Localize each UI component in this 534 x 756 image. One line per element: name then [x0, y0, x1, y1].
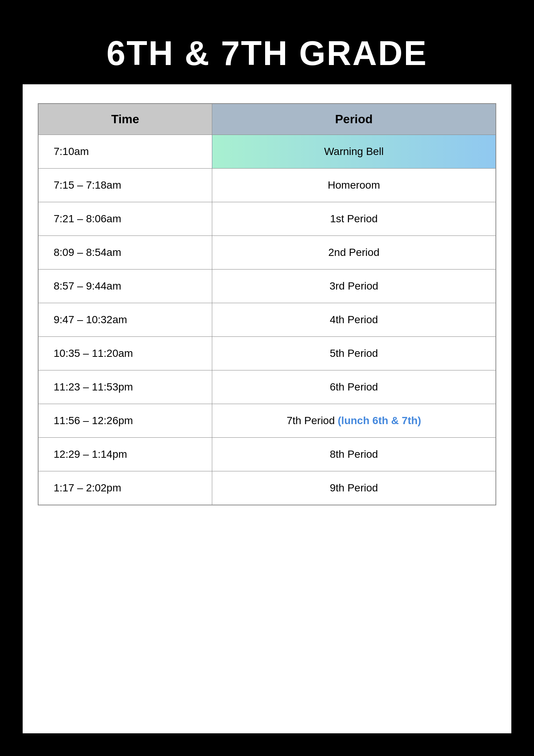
table-row: 7:10amWarning Bell — [38, 135, 496, 169]
table-row: 7:15 – 7:18amHomeroom — [38, 169, 496, 202]
cell-period: 7th Period (lunch 6th & 7th) — [212, 404, 496, 438]
column-header-time: Time — [38, 104, 212, 135]
table-row: 7:21 – 8:06am1st Period — [38, 202, 496, 236]
cell-time: 7:15 – 7:18am — [38, 169, 212, 202]
cell-time: 12:29 – 1:14pm — [38, 438, 212, 471]
cell-period: 4th Period — [212, 303, 496, 337]
cell-period: Homeroom — [212, 169, 496, 202]
table-row: 10:35 – 11:20am5th Period — [38, 337, 496, 370]
cell-period: 9th Period — [212, 471, 496, 505]
cell-time: 9:47 – 10:32am — [38, 303, 212, 337]
table-row: 1:17 – 2:02pm9th Period — [38, 471, 496, 505]
table-row: 9:47 – 10:32am4th Period — [38, 303, 496, 337]
table-row: 11:23 – 11:53pm6th Period — [38, 370, 496, 404]
header-banner: 6TH & 7TH GRADE — [23, 23, 511, 84]
cell-period: 6th Period — [212, 370, 496, 404]
cell-period: 1st Period — [212, 202, 496, 236]
schedule-table: Time Period 7:10amWarning Bell7:15 – 7:1… — [38, 103, 496, 505]
cell-period: 5th Period — [212, 337, 496, 370]
cell-time: 7:10am — [38, 135, 212, 169]
header-title: 6TH & 7TH GRADE — [106, 34, 428, 73]
cell-time: 10:35 – 11:20am — [38, 337, 212, 370]
table-row: 8:57 – 9:44am3rd Period — [38, 270, 496, 303]
cell-period: 2nd Period — [212, 236, 496, 270]
table-row: 12:29 – 1:14pm8th Period — [38, 438, 496, 471]
cell-period: 8th Period — [212, 438, 496, 471]
lunch-highlight-text: (lunch 6th & 7th) — [338, 415, 421, 426]
column-header-period: Period — [212, 104, 496, 135]
table-row: 8:09 – 8:54am2nd Period — [38, 236, 496, 270]
cell-time: 7:21 – 8:06am — [38, 202, 212, 236]
cell-time: 11:56 – 12:26pm — [38, 404, 212, 438]
table-row: 11:56 – 12:26pm7th Period (lunch 6th & 7… — [38, 404, 496, 438]
cell-time: 8:09 – 8:54am — [38, 236, 212, 270]
page-container: 6TH & 7TH GRADE Time Period 7:10amWarnin… — [23, 23, 511, 733]
cell-time: 11:23 – 11:53pm — [38, 370, 212, 404]
table-header-row: Time Period — [38, 104, 496, 135]
cell-time: 8:57 – 9:44am — [38, 270, 212, 303]
table-container: Time Period 7:10amWarning Bell7:15 – 7:1… — [23, 84, 511, 733]
cell-time: 1:17 – 2:02pm — [38, 471, 212, 505]
cell-period: Warning Bell — [212, 135, 496, 169]
cell-period: 3rd Period — [212, 270, 496, 303]
